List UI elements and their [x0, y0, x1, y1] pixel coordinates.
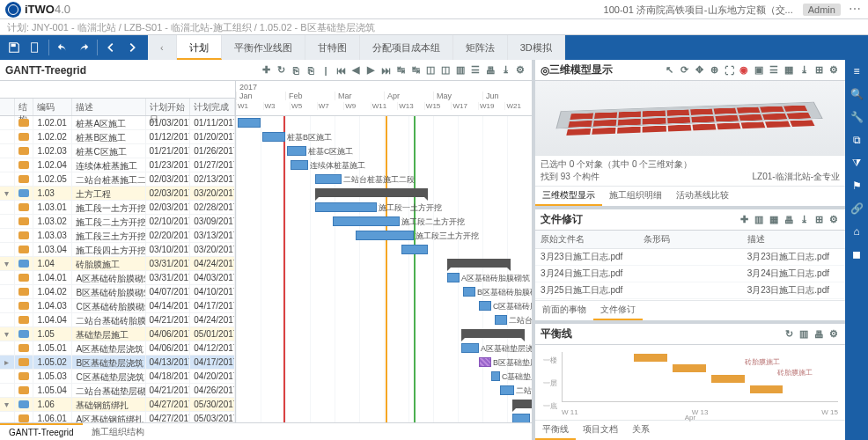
rev-dl-icon[interactable]: ⤓: [798, 214, 810, 226]
grid-row[interactable]: ▾1.05基础垫层施工04/06/201705/01/2017: [0, 327, 235, 341]
view-icon[interactable]: ▦: [783, 64, 795, 77]
gantt-bar[interactable]: B区基础垫层浇筑: [479, 357, 491, 370]
gantt-bar[interactable]: 二站台桩基施工二段: [315, 174, 342, 187]
gantt-bar[interactable]: 二站台基础砖胎膜砌筑: [495, 315, 507, 327]
new-icon[interactable]: [26, 38, 45, 57]
outdent-icon[interactable]: ↹: [409, 64, 422, 77]
gantt-summary[interactable]: [512, 400, 532, 412]
gear-icon[interactable]: ⚙: [828, 64, 840, 77]
grid-row[interactable]: 1.04.02B区基础砖胎膜砌筑04/07/201704/10/2017: [0, 285, 235, 299]
link1-icon[interactable]: ⎘: [290, 64, 302, 77]
grid-row[interactable]: 1.04.04二站台基础砖胎膜砌04/21/201704/24/2017: [0, 313, 235, 327]
rail-home-icon[interactable]: ⌂: [849, 224, 864, 239]
bal-tab[interactable]: 项目文档: [576, 421, 625, 440]
bal-print-icon[interactable]: 🖶: [813, 328, 825, 341]
print-icon[interactable]: 🖶: [484, 64, 497, 77]
gantt-summary[interactable]: [315, 188, 428, 201]
orbit-icon[interactable]: ⟳: [678, 64, 690, 77]
bal-refresh-icon[interactable]: ↻: [783, 328, 795, 341]
fit-icon[interactable]: ⛶: [723, 64, 735, 77]
grid-row[interactable]: 1.05.01A区基础垫层浇筑04/06/201704/12/2017: [0, 341, 235, 356]
export-icon[interactable]: ⤓: [499, 64, 511, 77]
gantt-bar[interactable]: B区基础砖胎膜砌筑: [463, 287, 475, 299]
undo-icon[interactable]: [53, 38, 72, 57]
gantt-bar[interactable]: A区基础砖胎膜砌筑: [447, 273, 460, 285]
grid-row[interactable]: 1.02.04连续体桩基施工01/23/201701/27/2017: [0, 158, 235, 172]
3d-viewport[interactable]: [535, 81, 845, 155]
grid-row[interactable]: 1.05.04二站台基础垫层砌筑04/21/201704/26/2017: [0, 384, 235, 398]
rev-row[interactable]: 3月25日施工日志.pdf3月23日施工日志.pdf: [535, 282, 845, 299]
rev-grid-icon[interactable]: ⊞: [813, 214, 825, 226]
export3d-icon[interactable]: ⤓: [798, 64, 810, 77]
gantt-bar[interactable]: [401, 245, 428, 257]
rev-barcode-icon[interactable]: ▥: [753, 214, 765, 226]
tool2-icon[interactable]: ◫: [439, 64, 452, 77]
rev-row[interactable]: 3月24日施工日志.pdf3月24日施工日志.pdf: [535, 266, 845, 282]
gantt-bar[interactable]: 二站台基础垫层砌筑: [500, 385, 514, 398]
more-icon[interactable]: ⋯: [849, 2, 863, 16]
3d-tab[interactable]: 活动基线比较: [669, 187, 736, 206]
grid-row[interactable]: 1.04.01A区基础砖胎膜砌筑03/31/201704/03/2017: [0, 271, 235, 285]
rev-gear-icon[interactable]: ⚙: [828, 214, 840, 226]
nav-prev-icon[interactable]: ◀: [349, 64, 362, 77]
footer-tab[interactable]: GANTT-Treegrid: [0, 423, 83, 440]
grid-row[interactable]: 1.03.04施工段四土方开挖03/10/201703/20/2017: [0, 243, 235, 257]
link2-icon[interactable]: ⎘: [305, 64, 317, 77]
refresh-icon[interactable]: ↻: [275, 64, 287, 77]
rail-flag-icon[interactable]: ⚑: [849, 178, 864, 194]
gantt-summary[interactable]: [461, 329, 525, 341]
grid-row[interactable]: 1.03.01施工段一土方开挖02/03/201702/28/2017: [0, 201, 235, 215]
main-tab-0[interactable]: ‹: [148, 35, 177, 60]
grid-row[interactable]: ▸1.05.02B区基础垫层浇筑04/13/201704/17/2017: [0, 356, 235, 370]
main-tab-2[interactable]: 平衡作业线图: [222, 35, 305, 60]
gantt-bar[interactable]: 桩基B区施工: [262, 132, 285, 144]
grid-icon[interactable]: ⊞: [813, 64, 825, 77]
main-tab-6[interactable]: 3D模拟: [508, 35, 565, 60]
grid-row[interactable]: 1.03.02施工段二土方开挖02/10/201703/09/2017: [0, 215, 235, 229]
gantt-bar[interactable]: A区基础钢筋绑扎: [512, 414, 530, 422]
grid-row[interactable]: ▾1.03土方工程02/03/201703/20/2017: [0, 187, 235, 201]
rail-wrench-icon[interactable]: 🔧: [849, 109, 864, 125]
layers-icon[interactable]: ☰: [768, 64, 780, 77]
nav-first-icon[interactable]: ⏮: [335, 64, 347, 77]
grid-row[interactable]: 1.02.03桩基C区施工01/21/201701/26/2017: [0, 144, 235, 158]
gantt-bar[interactable]: 施工段三土方开挖: [356, 231, 414, 243]
gantt-bar[interactable]: [238, 118, 261, 130]
grid-row[interactable]: ▾1.06基础钢筋绑扎04/27/201705/30/2017: [0, 398, 235, 412]
grid-row[interactable]: 1.05.03C区基础垫层浇筑04/18/201704/20/2017: [0, 370, 235, 384]
rev-row[interactable]: 3月23日施工日志.pdf3月23日施工日志.pdf: [535, 249, 845, 266]
pick-icon[interactable]: ▣: [753, 64, 765, 77]
gantt-bar[interactable]: A区基础垫层浇筑: [461, 343, 479, 356]
rail-copy-icon[interactable]: ⧉: [849, 132, 864, 148]
back-tab-icon[interactable]: [101, 38, 121, 57]
rev-print-icon[interactable]: 🖶: [783, 214, 795, 226]
forward-tab-icon[interactable]: [122, 38, 142, 57]
tool-icon[interactable]: ◫: [424, 64, 437, 77]
nav-next-icon[interactable]: ▶: [364, 64, 377, 77]
rev-tab[interactable]: 文件修订: [593, 301, 643, 320]
tool4-icon[interactable]: ☰: [469, 64, 482, 77]
indent-icon[interactable]: ↹: [394, 64, 407, 77]
rail-stop-icon[interactable]: ◼: [849, 246, 864, 262]
save-icon[interactable]: [4, 38, 24, 57]
nav-last-icon[interactable]: ⏭: [379, 64, 392, 77]
gantt-summary[interactable]: [447, 259, 511, 271]
gantt-bar[interactable]: 连续体桩基施工: [291, 160, 308, 172]
zoom-icon[interactable]: ⊕: [708, 64, 720, 77]
gantt-bar[interactable]: 桩基C区施工: [287, 146, 306, 158]
bal-tab[interactable]: 关系: [625, 421, 657, 440]
bal-gear-icon[interactable]: ⚙: [828, 328, 840, 341]
user-badge[interactable]: Admin: [803, 4, 841, 16]
redo-icon[interactable]: [74, 38, 93, 57]
bal-tab[interactable]: 平衡线: [535, 421, 576, 440]
grid-row[interactable]: 1.03.03施工段三土方开挖02/20/201703/13/2017: [0, 229, 235, 243]
gantt-bar[interactable]: 施工段一土方开挖: [315, 202, 377, 215]
3d-tab[interactable]: 三维模型显示: [535, 187, 602, 206]
3d-tab[interactable]: 施工组织明细: [602, 187, 669, 206]
gantt-bar[interactable]: 施工段二土方开挖: [333, 216, 400, 229]
rev-add-icon[interactable]: ✚: [738, 214, 750, 226]
grid-row[interactable]: 1.02.05二站台桩基施工二段02/03/201702/13/2017: [0, 172, 235, 187]
add-icon[interactable]: ✚: [260, 64, 272, 77]
main-tab-1[interactable]: 计划: [177, 35, 222, 60]
footer-tab[interactable]: 施工组织结构: [83, 423, 153, 440]
